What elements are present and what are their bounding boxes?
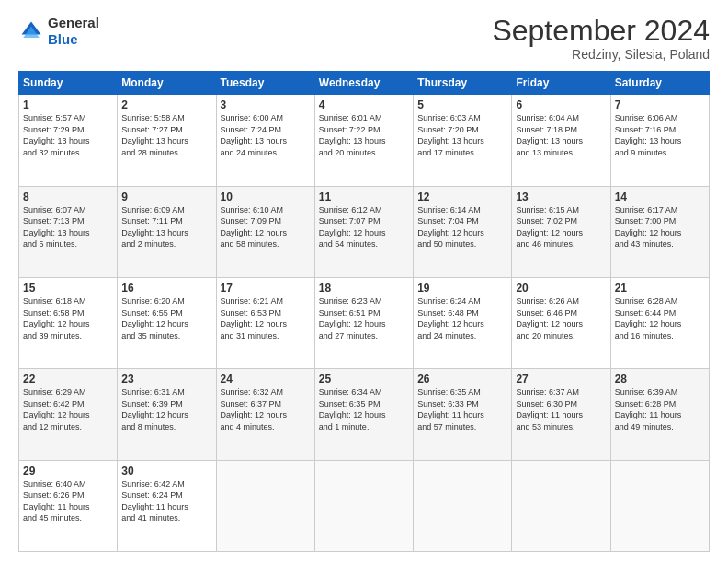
calendar-cell: 10Sunrise: 6:10 AM Sunset: 7:09 PM Dayli… bbox=[216, 186, 314, 277]
day-info: Sunrise: 6:14 AM Sunset: 7:04 PM Dayligh… bbox=[417, 204, 507, 250]
calendar-cell: 28Sunrise: 6:39 AM Sunset: 6:28 PM Dayli… bbox=[610, 369, 709, 460]
calendar-cell: 17Sunrise: 6:21 AM Sunset: 6:53 PM Dayli… bbox=[216, 277, 314, 368]
location: Redziny, Silesia, Poland bbox=[492, 47, 710, 62]
day-number: 4 bbox=[319, 98, 409, 111]
calendar-week-4: 22Sunrise: 6:29 AM Sunset: 6:42 PM Dayli… bbox=[19, 369, 710, 460]
calendar-week-1: 1Sunrise: 5:57 AM Sunset: 7:29 PM Daylig… bbox=[19, 95, 710, 186]
day-info: Sunrise: 6:18 AM Sunset: 6:58 PM Dayligh… bbox=[23, 295, 113, 341]
day-number: 24 bbox=[221, 373, 311, 385]
calendar-table: SundayMondayTuesdayWednesdayThursdayFrid… bbox=[18, 71, 710, 552]
weekday-header-sunday: Sunday bbox=[19, 72, 118, 95]
day-number: 18 bbox=[319, 282, 409, 294]
day-info: Sunrise: 6:24 AM Sunset: 6:48 PM Dayligh… bbox=[417, 295, 507, 341]
calendar-cell: 3Sunrise: 6:00 AM Sunset: 7:24 PM Daylig… bbox=[216, 95, 314, 186]
day-number: 12 bbox=[417, 190, 507, 203]
day-info: Sunrise: 6:39 AM Sunset: 6:28 PM Dayligh… bbox=[615, 386, 705, 432]
calendar-cell: 23Sunrise: 6:31 AM Sunset: 6:39 PM Dayli… bbox=[118, 369, 216, 460]
day-info: Sunrise: 6:04 AM Sunset: 7:18 PM Dayligh… bbox=[516, 112, 606, 158]
day-info: Sunrise: 6:23 AM Sunset: 6:51 PM Dayligh… bbox=[319, 295, 409, 341]
day-number: 10 bbox=[221, 190, 311, 203]
day-info: Sunrise: 6:10 AM Sunset: 7:09 PM Dayligh… bbox=[221, 204, 311, 250]
day-number: 27 bbox=[516, 373, 606, 385]
day-info: Sunrise: 6:03 AM Sunset: 7:20 PM Dayligh… bbox=[417, 112, 507, 158]
day-number: 8 bbox=[23, 190, 113, 203]
month-title: September 2024 bbox=[492, 15, 710, 47]
day-number: 20 bbox=[516, 282, 606, 294]
day-info: Sunrise: 6:17 AM Sunset: 7:00 PM Dayligh… bbox=[615, 204, 705, 250]
calendar-week-2: 8Sunrise: 6:07 AM Sunset: 7:13 PM Daylig… bbox=[19, 186, 710, 277]
day-number: 30 bbox=[121, 465, 211, 477]
logo: General Blue bbox=[18, 15, 99, 48]
day-number: 19 bbox=[417, 282, 507, 294]
day-number: 25 bbox=[319, 373, 409, 385]
calendar-cell: 27Sunrise: 6:37 AM Sunset: 6:30 PM Dayli… bbox=[512, 369, 610, 460]
day-number: 28 bbox=[615, 373, 705, 385]
day-number: 16 bbox=[121, 282, 211, 294]
day-number: 29 bbox=[23, 465, 113, 477]
calendar-cell: 7Sunrise: 6:06 AM Sunset: 7:16 PM Daylig… bbox=[610, 95, 709, 186]
day-number: 2 bbox=[121, 98, 211, 111]
calendar-cell: 21Sunrise: 6:28 AM Sunset: 6:44 PM Dayli… bbox=[610, 277, 709, 368]
day-number: 21 bbox=[615, 282, 705, 294]
calendar-cell: 24Sunrise: 6:32 AM Sunset: 6:37 PM Dayli… bbox=[216, 369, 314, 460]
day-number: 13 bbox=[516, 190, 606, 203]
day-info: Sunrise: 6:40 AM Sunset: 6:26 PM Dayligh… bbox=[23, 478, 113, 524]
calendar-cell: 2Sunrise: 5:58 AM Sunset: 7:27 PM Daylig… bbox=[118, 95, 216, 186]
calendar-cell: 9Sunrise: 6:09 AM Sunset: 7:11 PM Daylig… bbox=[118, 186, 216, 277]
calendar-cell bbox=[216, 460, 314, 551]
calendar-cell: 20Sunrise: 6:26 AM Sunset: 6:46 PM Dayli… bbox=[512, 277, 610, 368]
day-number: 6 bbox=[516, 98, 606, 111]
calendar-cell bbox=[414, 460, 512, 551]
day-info: Sunrise: 6:29 AM Sunset: 6:42 PM Dayligh… bbox=[23, 386, 113, 432]
calendar-cell: 16Sunrise: 6:20 AM Sunset: 6:55 PM Dayli… bbox=[118, 277, 216, 368]
day-number: 1 bbox=[23, 98, 113, 111]
day-number: 5 bbox=[417, 98, 507, 111]
calendar-cell: 8Sunrise: 6:07 AM Sunset: 7:13 PM Daylig… bbox=[19, 186, 118, 277]
day-info: Sunrise: 6:42 AM Sunset: 6:24 PM Dayligh… bbox=[121, 478, 211, 524]
day-info: Sunrise: 6:12 AM Sunset: 7:07 PM Dayligh… bbox=[319, 204, 409, 250]
day-number: 9 bbox=[121, 190, 211, 203]
day-number: 7 bbox=[615, 98, 705, 111]
header: General Blue September 2024 Redziny, Sil… bbox=[18, 15, 710, 62]
calendar-cell: 11Sunrise: 6:12 AM Sunset: 7:07 PM Dayli… bbox=[314, 186, 413, 277]
calendar-cell: 29Sunrise: 6:40 AM Sunset: 6:26 PM Dayli… bbox=[19, 460, 118, 551]
day-number: 22 bbox=[23, 373, 113, 385]
day-info: Sunrise: 5:57 AM Sunset: 7:29 PM Dayligh… bbox=[23, 112, 113, 158]
calendar-cell: 19Sunrise: 6:24 AM Sunset: 6:48 PM Dayli… bbox=[414, 277, 512, 368]
calendar-cell: 6Sunrise: 6:04 AM Sunset: 7:18 PM Daylig… bbox=[512, 95, 610, 186]
weekday-header-friday: Friday bbox=[512, 72, 610, 95]
calendar-cell bbox=[610, 460, 709, 551]
calendar-cell: 22Sunrise: 6:29 AM Sunset: 6:42 PM Dayli… bbox=[19, 369, 118, 460]
logo-general: General bbox=[48, 15, 99, 30]
calendar-cell bbox=[314, 460, 413, 551]
logo-text: General Blue bbox=[48, 15, 99, 48]
day-info: Sunrise: 6:15 AM Sunset: 7:02 PM Dayligh… bbox=[516, 204, 606, 250]
logo-blue: Blue bbox=[48, 31, 78, 47]
day-info: Sunrise: 6:31 AM Sunset: 6:39 PM Dayligh… bbox=[121, 386, 211, 432]
calendar-cell: 1Sunrise: 5:57 AM Sunset: 7:29 PM Daylig… bbox=[19, 95, 118, 186]
day-info: Sunrise: 6:34 AM Sunset: 6:35 PM Dayligh… bbox=[319, 386, 409, 432]
day-info: Sunrise: 6:01 AM Sunset: 7:22 PM Dayligh… bbox=[319, 112, 409, 158]
day-info: Sunrise: 6:00 AM Sunset: 7:24 PM Dayligh… bbox=[221, 112, 311, 158]
calendar-week-3: 15Sunrise: 6:18 AM Sunset: 6:58 PM Dayli… bbox=[19, 277, 710, 368]
day-number: 17 bbox=[221, 282, 311, 294]
calendar-cell: 12Sunrise: 6:14 AM Sunset: 7:04 PM Dayli… bbox=[414, 186, 512, 277]
day-info: Sunrise: 6:20 AM Sunset: 6:55 PM Dayligh… bbox=[121, 295, 211, 341]
weekday-header-wednesday: Wednesday bbox=[314, 72, 413, 95]
day-info: Sunrise: 6:28 AM Sunset: 6:44 PM Dayligh… bbox=[615, 295, 705, 341]
day-info: Sunrise: 6:07 AM Sunset: 7:13 PM Dayligh… bbox=[23, 204, 113, 250]
calendar-cell: 30Sunrise: 6:42 AM Sunset: 6:24 PM Dayli… bbox=[118, 460, 216, 551]
weekday-header-saturday: Saturday bbox=[610, 72, 709, 95]
calendar-cell: 13Sunrise: 6:15 AM Sunset: 7:02 PM Dayli… bbox=[512, 186, 610, 277]
title-block: September 2024 Redziny, Silesia, Poland bbox=[492, 15, 710, 62]
page: General Blue September 2024 Redziny, Sil… bbox=[0, 0, 728, 563]
calendar-cell: 5Sunrise: 6:03 AM Sunset: 7:20 PM Daylig… bbox=[414, 95, 512, 186]
day-info: Sunrise: 5:58 AM Sunset: 7:27 PM Dayligh… bbox=[121, 112, 211, 158]
calendar-cell bbox=[512, 460, 610, 551]
calendar-cell: 18Sunrise: 6:23 AM Sunset: 6:51 PM Dayli… bbox=[314, 277, 413, 368]
day-info: Sunrise: 6:26 AM Sunset: 6:46 PM Dayligh… bbox=[516, 295, 606, 341]
day-info: Sunrise: 6:35 AM Sunset: 6:33 PM Dayligh… bbox=[417, 386, 507, 432]
day-info: Sunrise: 6:21 AM Sunset: 6:53 PM Dayligh… bbox=[221, 295, 311, 341]
day-info: Sunrise: 6:06 AM Sunset: 7:16 PM Dayligh… bbox=[615, 112, 705, 158]
calendar-cell: 4Sunrise: 6:01 AM Sunset: 7:22 PM Daylig… bbox=[314, 95, 413, 186]
